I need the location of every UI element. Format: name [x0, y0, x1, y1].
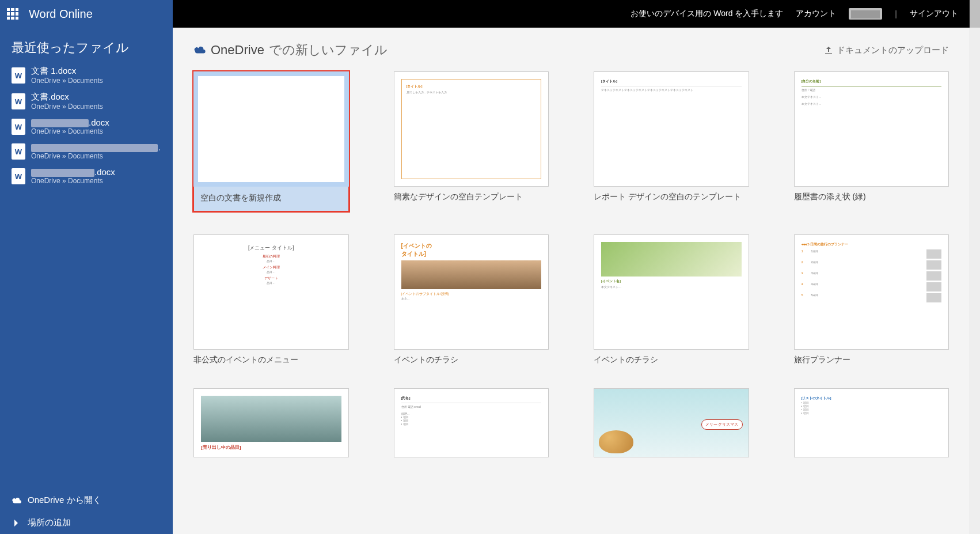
template-thumbnail: [イベント名] 本文テキスト…: [594, 234, 749, 350]
recent-file-path: OneDrive » Documents: [31, 177, 115, 185]
heading-onedrive: OneDrive: [211, 43, 264, 58]
recent-file-path: OneDrive » Documents: [31, 77, 103, 85]
template-thumbnail: [売り出し中の品目]: [193, 388, 349, 457]
cloud-icon: [12, 497, 22, 505]
account-link[interactable]: アカウント: [796, 9, 836, 19]
app-header: Word Online: [0, 0, 173, 28]
template-label: 簡素なデザインの空白テンプレート: [394, 191, 549, 202]
heading-suffix: での新しいファイル: [269, 41, 388, 59]
recent-file-item[interactable]: 文書 1.docx OneDrive » Documents: [0, 62, 173, 88]
template-simple-blank[interactable]: [タイトル] 見出しを入力…テキストを入力 簡素なデザインの空白テンプレート: [394, 71, 549, 211]
word-doc-icon: [12, 168, 25, 184]
recent-files-list: 文書 1.docx OneDrive » Documents 文書.docx O…: [0, 62, 173, 489]
chevron-right-icon: [12, 519, 22, 527]
template-cover-letter-green[interactable]: [自分の名前] 住所 / 電話 本文テキスト… 本文テキスト… 履歴書の添え状 …: [794, 71, 949, 211]
sidebar-footer: OneDrive から開く 場所の追加: [0, 489, 173, 534]
template-thumbnail: [イベントのタイトル] [イベントのサブタイトル/説明] 本文…: [394, 234, 549, 350]
template-sale-items[interactable]: [売り出し中の品目]: [193, 388, 349, 457]
recent-file-name: 文書 1.docx: [31, 66, 103, 77]
recent-file-item[interactable]: .docx OneDrive » Documents: [0, 114, 173, 139]
recent-file-item[interactable]: … OneDrive » Documents: [0, 139, 173, 164]
divider: |: [895, 9, 897, 18]
template-thumbnail: [タイトル] テキストテキストテキストテキストテキストテキストテキストテキスト: [594, 71, 749, 187]
upload-label: ドキュメントのアップロード: [837, 45, 949, 56]
upload-document[interactable]: ドキュメントのアップロード: [824, 45, 949, 56]
template-label: 空白の文書を新規作成: [193, 187, 349, 211]
recent-file-path: OneDrive » Documents: [31, 152, 161, 160]
template-thumbnail: [自分の名前] 住所 / 電話 本文テキスト… 本文テキスト…: [794, 71, 949, 187]
open-from-onedrive[interactable]: OneDrive から開く: [0, 489, 173, 512]
onedrive-icon: [193, 46, 206, 55]
recent-file-item[interactable]: .docx OneDrive » Documents: [0, 164, 173, 188]
word-doc-icon: [12, 67, 25, 84]
template-list[interactable]: [リストのタイトル] • 項目• 項目• 項目• 項目: [794, 388, 949, 457]
template-thumbnail: [メニュー タイトル] 最初の料理 品目… メイン料理 品目… デザート 品目…: [193, 234, 349, 350]
get-word-link[interactable]: お使いのデバイス用の Word を入手します: [630, 9, 783, 19]
template-label: レポート デザインの空白のテンプレート: [594, 191, 749, 202]
recent-file-item[interactable]: 文書.docx OneDrive » Documents: [0, 88, 173, 114]
content: OneDrive での新しいファイル ドキュメントのアップロード 空白の文書を新…: [173, 28, 970, 534]
template-grid: 空白の文書を新規作成 [タイトル] 見出しを入力…テキストを入力 簡素なデザイン…: [193, 71, 949, 457]
recent-file-name: .docx: [31, 118, 109, 127]
template-blank-document[interactable]: 空白の文書を新規作成: [193, 71, 349, 211]
recent-files-heading: 最近使ったファイル: [0, 28, 173, 62]
template-thumbnail: ◂◂◂ 5 日間の旅行のプランナー 11日目 22日目 33日目 44日目 55…: [794, 234, 949, 350]
template-thumbnail: メリー クリスマス: [594, 388, 749, 457]
user-name-pill: [849, 8, 882, 20]
template-label: イベントのチラシ: [594, 354, 749, 365]
app-launcher-icon[interactable]: [7, 8, 18, 20]
template-resume[interactable]: [氏名] 住所 電話 email 経歴… • 項目• 項目• 項目: [394, 388, 549, 457]
template-travel-planner[interactable]: ◂◂◂ 5 日間の旅行のプランナー 11日目 22日目 33日目 44日目 55…: [794, 234, 949, 365]
add-location-label: 場所の追加: [28, 517, 71, 528]
template-event-flyer-green[interactable]: [イベント名] 本文テキスト… イベントのチラシ: [594, 234, 749, 365]
template-label: 非公式のイベントのメニュー: [193, 354, 349, 365]
add-location[interactable]: 場所の追加: [0, 512, 173, 534]
sidebar: Word Online 最近使ったファイル 文書 1.docx OneDrive…: [0, 0, 173, 534]
template-thumbnail: [193, 71, 349, 187]
app-title: Word Online: [29, 7, 93, 21]
template-thumbnail: [氏名] 住所 電話 email 経歴… • 項目• 項目• 項目: [394, 388, 549, 457]
sign-out-link[interactable]: サインアウト: [910, 9, 958, 19]
main: お使いのデバイス用の Word を入手します アカウント | サインアウト On…: [173, 0, 970, 534]
recent-file-name: .docx: [31, 167, 115, 177]
content-heading: OneDrive での新しいファイル: [193, 41, 388, 59]
template-report-blank[interactable]: [タイトル] テキストテキストテキストテキストテキストテキストテキストテキスト …: [594, 71, 749, 211]
template-thumbnail: [タイトル] 見出しを入力…テキストを入力: [394, 71, 549, 187]
scrollbar[interactable]: [970, 0, 980, 534]
scrollbar-thumb[interactable]: [970, 0, 980, 28]
upload-icon: [824, 46, 833, 55]
template-event-menu[interactable]: [メニュー タイトル] 最初の料理 品目… メイン料理 品目… デザート 品目……: [193, 234, 349, 365]
recent-file-name: …: [31, 142, 161, 152]
word-doc-icon: [12, 93, 25, 109]
recent-file-name: 文書.docx: [31, 92, 103, 103]
recent-file-path: OneDrive » Documents: [31, 127, 109, 135]
word-doc-icon: [12, 119, 25, 135]
open-from-onedrive-label: OneDrive から開く: [28, 495, 101, 506]
template-thumbnail: [リストのタイトル] • 項目• 項目• 項目• 項目: [794, 388, 949, 457]
template-event-flyer-orange[interactable]: [イベントのタイトル] [イベントのサブタイトル/説明] 本文… イベントのチラ…: [394, 234, 549, 365]
template-label: イベントのチラシ: [394, 354, 549, 365]
template-label: 履歴書の添え状 (緑): [794, 191, 949, 202]
recent-file-path: OneDrive » Documents: [31, 103, 103, 111]
word-doc-icon: [12, 143, 25, 160]
top-bar: お使いのデバイス用の Word を入手します アカウント | サインアウト: [173, 0, 970, 28]
template-christmas-card[interactable]: メリー クリスマス: [594, 388, 749, 457]
template-label: 旅行プランナー: [794, 354, 949, 365]
